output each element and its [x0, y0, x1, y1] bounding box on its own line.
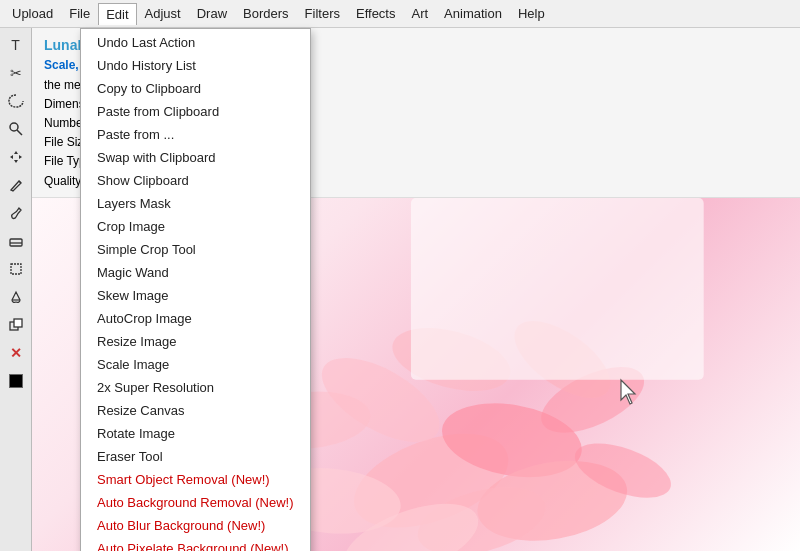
svg-marker-2 [14, 151, 18, 154]
menu-rotate-image[interactable]: Rotate Image [81, 422, 310, 445]
menu-animation[interactable]: Animation [436, 2, 510, 25]
svg-marker-4 [10, 155, 13, 159]
edit-dropdown-menu: Undo Last Action Undo History List Copy … [80, 28, 311, 551]
menu-art[interactable]: Art [403, 2, 436, 25]
menu-paste-clipboard[interactable]: Paste from Clipboard [81, 100, 310, 123]
zoom-tool-btn[interactable] [3, 116, 29, 142]
move-tool-btn[interactable] [3, 144, 29, 170]
svg-line-6 [19, 181, 21, 183]
svg-rect-9 [11, 264, 21, 274]
rect-select-btn[interactable] [3, 256, 29, 282]
menu-swap-clipboard[interactable]: Swap with Clipboard [81, 146, 310, 169]
lasso-tool-btn[interactable] [3, 88, 29, 114]
menu-copy-clipboard[interactable]: Copy to Clipboard [81, 77, 310, 100]
pencil-tool-btn[interactable] [3, 172, 29, 198]
menu-show-clipboard[interactable]: Show Clipboard [81, 169, 310, 192]
menu-crop-image[interactable]: Crop Image [81, 215, 310, 238]
menu-layers-mask[interactable]: Layers Mask [81, 192, 310, 215]
svg-rect-12 [14, 319, 22, 327]
menu-auto-bg-removal[interactable]: Auto Background Removal (New!) [81, 491, 310, 514]
left-toolbar: T ✂ [0, 28, 32, 551]
menu-auto-pixelate[interactable]: Auto Pixelate Background (New!) [81, 537, 310, 551]
menu-resize-canvas[interactable]: Resize Canvas [81, 399, 310, 422]
paint-bucket-btn[interactable] [3, 284, 29, 310]
menu-adjust[interactable]: Adjust [137, 2, 189, 25]
menu-paste-from[interactable]: Paste from ... [81, 123, 310, 146]
menu-effects[interactable]: Effects [348, 2, 404, 25]
menu-super-resolution[interactable]: 2x Super Resolution [81, 376, 310, 399]
menu-autocrop[interactable]: AutoCrop Image [81, 307, 310, 330]
svg-marker-3 [14, 160, 18, 163]
color-swatch-btn[interactable] [3, 368, 29, 394]
svg-point-0 [10, 123, 18, 131]
menu-edit[interactable]: Edit [98, 3, 136, 25]
shape-tool-btn[interactable] [3, 312, 29, 338]
menu-borders[interactable]: Borders [235, 2, 297, 25]
menu-skew-image[interactable]: Skew Image [81, 284, 310, 307]
menu-magic-wand[interactable]: Magic Wand [81, 261, 310, 284]
menu-auto-blur-bg[interactable]: Auto Blur Background (New!) [81, 514, 310, 537]
menu-scale-image[interactable]: Scale Image [81, 353, 310, 376]
eraser-tool-btn[interactable] [3, 228, 29, 254]
menu-draw[interactable]: Draw [189, 2, 235, 25]
menu-smart-removal[interactable]: Smart Object Removal (New!) [81, 468, 310, 491]
menu-filters[interactable]: Filters [297, 2, 348, 25]
menu-upload[interactable]: Upload [4, 2, 61, 25]
cut-tool-btn[interactable]: ✂ [3, 60, 29, 86]
svg-rect-25 [411, 198, 704, 380]
menu-simple-crop[interactable]: Simple Crop Tool [81, 238, 310, 261]
menu-undo-last-action[interactable]: Undo Last Action [81, 31, 310, 54]
text-tool-btn[interactable]: T [3, 32, 29, 58]
menu-file[interactable]: File [61, 2, 98, 25]
svg-line-1 [17, 130, 22, 135]
menu-resize-image[interactable]: Resize Image [81, 330, 310, 353]
svg-marker-5 [19, 155, 22, 159]
menu-bar: Upload File Edit Adjust Draw Borders Fil… [0, 0, 800, 28]
brush-tool-btn[interactable] [3, 200, 29, 226]
close-btn[interactable]: ✕ [3, 340, 29, 366]
menu-undo-history[interactable]: Undo History List [81, 54, 310, 77]
menu-eraser-tool[interactable]: Eraser Tool [81, 445, 310, 468]
menu-help[interactable]: Help [510, 2, 553, 25]
